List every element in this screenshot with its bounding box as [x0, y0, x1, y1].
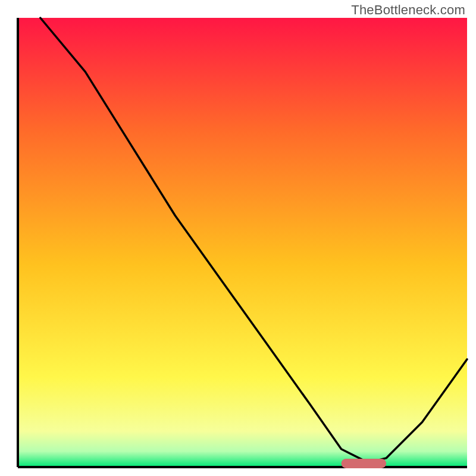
bottleneck-chart [0, 0, 476, 476]
optimal-marker [342, 459, 387, 468]
chart-container: TheBottleneck.com [0, 0, 476, 476]
gradient-background [18, 18, 467, 467]
watermark-text: TheBottleneck.com [351, 2, 465, 18]
